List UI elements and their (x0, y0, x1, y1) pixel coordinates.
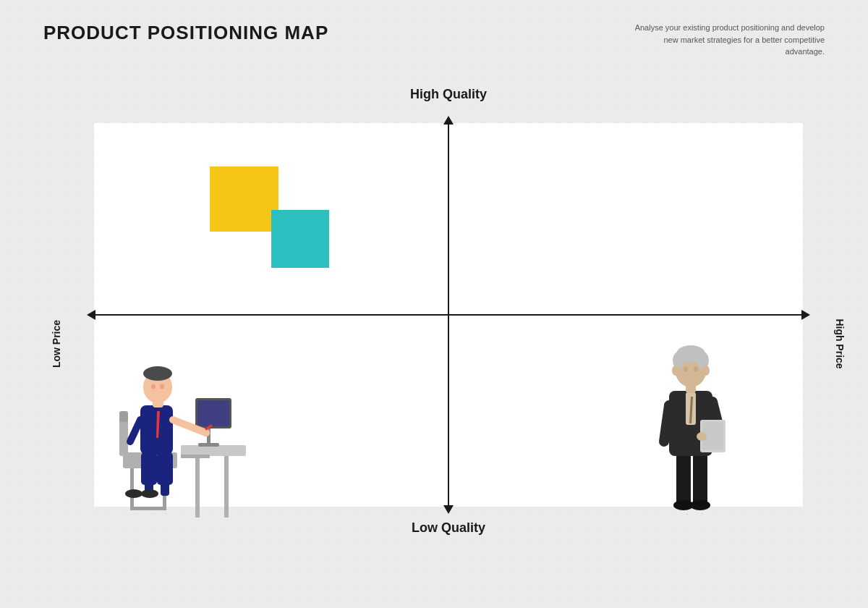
person-right-illustration (637, 318, 745, 521)
svg-rect-13 (181, 455, 210, 458)
svg-rect-12 (197, 400, 229, 426)
page-title: PRODUCT POSITIONING MAP (43, 22, 328, 44)
svg-point-19 (141, 489, 158, 498)
arrow-left-icon (87, 310, 95, 320)
svg-line-38 (664, 405, 669, 442)
svg-rect-31 (676, 452, 691, 507)
svg-rect-5 (119, 411, 128, 422)
svg-rect-32 (693, 452, 707, 507)
arrow-down-icon (443, 505, 454, 514)
svg-rect-10 (198, 443, 219, 447)
svg-point-30 (160, 384, 164, 389)
person-left-illustration (109, 326, 253, 521)
chart-container: High Quality Low Quality Low Price High … (72, 123, 825, 565)
product-box-teal[interactable] (271, 210, 329, 268)
subtitle-text: Analyse your existing product positionin… (622, 22, 825, 58)
svg-rect-7 (224, 456, 229, 518)
svg-rect-6 (195, 456, 200, 518)
svg-point-18 (125, 489, 142, 498)
axis-label-low-price: Low Price (51, 320, 62, 368)
svg-point-48 (684, 367, 688, 372)
axis-label-high-quality: High Quality (410, 87, 487, 102)
svg-point-51 (702, 366, 710, 376)
svg-point-49 (694, 367, 698, 372)
svg-rect-2 (130, 507, 166, 510)
product-box-yellow[interactable] (210, 166, 278, 232)
header: PRODUCT POSITIONING MAP Analyse your exi… (43, 22, 825, 58)
svg-point-50 (672, 366, 679, 376)
axis-label-low-quality: Low Quality (412, 520, 485, 536)
svg-line-25 (130, 420, 140, 442)
arrow-right-icon (801, 310, 810, 320)
svg-point-29 (151, 384, 156, 389)
svg-point-34 (690, 500, 710, 510)
axis-label-high-price: High Price (833, 318, 845, 368)
svg-rect-17 (161, 480, 169, 496)
chart-board (94, 123, 803, 507)
svg-point-28 (143, 366, 172, 381)
page-container: PRODUCT POSITIONING MAP Analyse your exi… (0, 0, 868, 608)
arrow-up-icon (443, 116, 454, 124)
axis-vertical (448, 123, 449, 507)
svg-rect-0 (130, 467, 134, 510)
svg-point-42 (697, 432, 707, 441)
svg-rect-8 (181, 445, 246, 456)
